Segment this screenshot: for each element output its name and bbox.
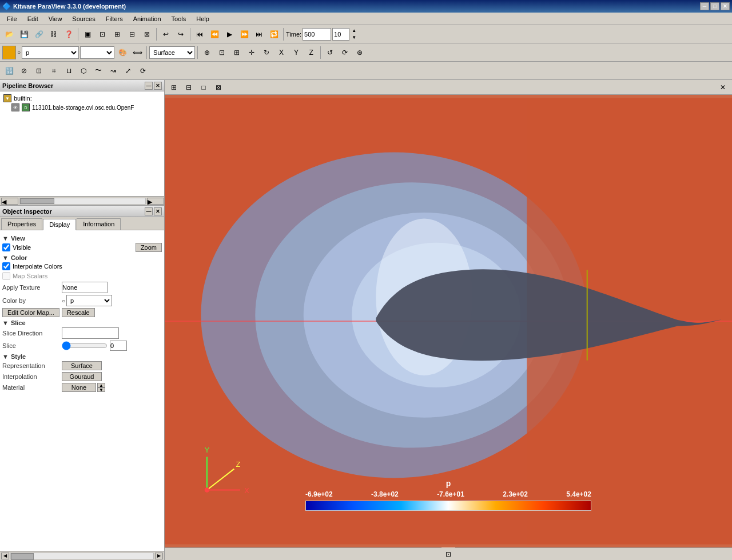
time-input[interactable] [303, 28, 331, 41]
vp-split-h-button[interactable]: ⊞ [167, 81, 181, 94]
left-hscroll[interactable]: ◀ ▶ [0, 551, 164, 560]
visible-checkbox[interactable] [2, 243, 10, 251]
vp-split-v-button[interactable]: ⊟ [182, 81, 196, 94]
select-through-button[interactable]: ⊟ [125, 27, 139, 41]
interpolate-colors-checkbox[interactable] [2, 262, 10, 270]
menu-edit[interactable]: Edit [23, 14, 43, 23]
lut-select[interactable] [80, 46, 114, 59]
orient-widget-button[interactable]: ⊛ [353, 46, 367, 59]
slice-direction-input[interactable] [62, 327, 119, 339]
reset-orient-button[interactable]: ⟳ [338, 46, 352, 59]
redo-button[interactable]: ↪ [174, 27, 188, 41]
rescale-button-2[interactable]: Rescale [62, 308, 95, 317]
menu-help[interactable]: Help [192, 14, 214, 23]
time-down-button[interactable]: ▼ [349, 34, 359, 41]
render-area[interactable]: Y X Z p -6.9e+02 -3.8e+02 -7.6e+01 2.3e+… [165, 95, 732, 547]
undo-button[interactable]: ↩ [159, 27, 173, 41]
save-button[interactable]: 💾 [17, 27, 31, 41]
help-button[interactable]: ❓ [62, 27, 75, 41]
pipeline-item-builtin[interactable]: ▼ builtin: [2, 94, 162, 103]
inspector-close-button[interactable]: ✕ [154, 207, 162, 215]
material-down-btn[interactable]: ▼ [97, 387, 105, 392]
warp-button[interactable]: ⤢ [121, 64, 135, 78]
tab-display[interactable]: Display [43, 219, 76, 230]
inspector-scroll-right[interactable]: ▶ [155, 553, 163, 559]
minimize-button[interactable]: ─ [700, 2, 709, 10]
contour-button[interactable]: 〜 [92, 64, 105, 78]
close-button[interactable]: ✕ [721, 2, 730, 10]
menu-view[interactable]: View [44, 14, 67, 23]
vp-max-button[interactable]: □ [197, 81, 210, 94]
hscroll-right-btn[interactable]: ▶ [147, 198, 164, 205]
glyph-button[interactable]: ⟳ [136, 64, 150, 78]
tab-properties[interactable]: Properties [1, 218, 42, 230]
isosurface-button[interactable]: ⬡ [77, 64, 90, 78]
clip-button[interactable]: ⊘ [17, 64, 31, 78]
pipeline-item-data[interactable]: 👁 D 113101.bale-storage.ovl.osc.edu.Open… [2, 103, 162, 112]
pipeline-close-button[interactable]: ✕ [154, 82, 162, 90]
time-step-input[interactable] [332, 28, 349, 41]
select-points-button[interactable]: ⊡ [96, 27, 109, 41]
slice-slider[interactable] [62, 341, 108, 350]
variable-select[interactable]: p [22, 46, 79, 59]
threshold-button[interactable]: ⌗ [47, 64, 61, 78]
tab-information[interactable]: Information [77, 218, 121, 230]
slice-button[interactable]: ⊡ [32, 64, 46, 78]
open-button[interactable]: 📂 [2, 27, 16, 41]
pan-button[interactable]: ✛ [245, 46, 258, 59]
apply-texture-input[interactable] [62, 282, 108, 293]
menu-animation[interactable]: Animation [129, 14, 166, 23]
select-button[interactable]: ▣ [81, 27, 94, 41]
pipeline-pin-button[interactable]: — [145, 82, 153, 90]
menu-sources[interactable]: Sources [67, 14, 100, 23]
extract-button[interactable]: ⊔ [62, 64, 75, 78]
streamlines-button[interactable]: ↝ [106, 64, 120, 78]
play-button[interactable]: ▶ [222, 27, 236, 41]
map-scalars-checkbox[interactable] [2, 272, 10, 280]
representation-select[interactable]: Surface Wireframe Points [149, 46, 195, 59]
menu-file[interactable]: File [2, 14, 22, 23]
reset-all-button[interactable]: ↺ [323, 46, 337, 59]
loop-button[interactable]: 🔁 [267, 27, 281, 41]
vp-grid-button[interactable]: ⊠ [212, 81, 225, 94]
inspector-scroll-left[interactable]: ◀ [1, 553, 9, 559]
disconnect-button[interactable]: ⛓ [47, 27, 61, 41]
rotate-button[interactable]: ↻ [260, 46, 273, 59]
prev-frame-button[interactable]: ⏪ [208, 27, 221, 41]
menu-filters[interactable]: Filters [101, 14, 128, 23]
rescale-button[interactable]: ⟺ [130, 46, 144, 59]
z-axis-button[interactable]: Z [304, 46, 318, 59]
zoom-button[interactable]: Zoom [136, 243, 162, 252]
rubber-band-button[interactable]: ⊠ [140, 27, 154, 41]
time-up-button[interactable]: ▲ [349, 27, 359, 34]
slice-section-arrow: ▼ [2, 319, 9, 326]
maximize-button[interactable]: □ [710, 2, 719, 10]
color-by-select[interactable]: p [66, 295, 112, 306]
slice-value-input[interactable] [110, 341, 127, 351]
hscroll-thumb[interactable] [20, 198, 54, 204]
connect-button[interactable]: 🔗 [32, 27, 46, 41]
solid-color-button[interactable]: 🎨 [116, 46, 129, 59]
inspector-pin-button[interactable]: — [145, 207, 153, 215]
menu-tools[interactable]: Tools [167, 14, 191, 23]
select-cells-button[interactable]: ⊞ [110, 27, 124, 41]
inspector-scroll-thumb[interactable] [11, 553, 34, 560]
material-value[interactable]: None [62, 383, 96, 392]
reset-camera-button[interactable]: ⊕ [200, 46, 214, 59]
edit-color-map-button[interactable]: Edit Color Map... [2, 308, 59, 317]
last-frame-button[interactable]: ⏭ [252, 27, 266, 41]
hscroll-left-btn[interactable]: ◀ [1, 198, 18, 205]
first-frame-button[interactable]: ⏮ [193, 27, 206, 41]
next-frame-button[interactable]: ⏩ [237, 27, 251, 41]
vp-close-button[interactable]: ✕ [716, 81, 730, 94]
zoom-box-button[interactable]: ⊡ [215, 46, 229, 59]
pipeline-hscroll[interactable]: ◀ ▶ [0, 196, 164, 205]
x-axis-button[interactable]: X [274, 46, 288, 59]
calculator-button[interactable]: 🔢 [2, 64, 16, 78]
hscroll-track[interactable] [19, 198, 146, 205]
vp-bottom-button[interactable]: ⊡ [441, 547, 455, 561]
representation-value[interactable]: Surface [62, 361, 102, 370]
zoom-to-data-button[interactable]: ⊞ [230, 46, 244, 59]
interpolation-value[interactable]: Gouraud [62, 372, 102, 381]
y-axis-button[interactable]: Y [289, 46, 303, 59]
